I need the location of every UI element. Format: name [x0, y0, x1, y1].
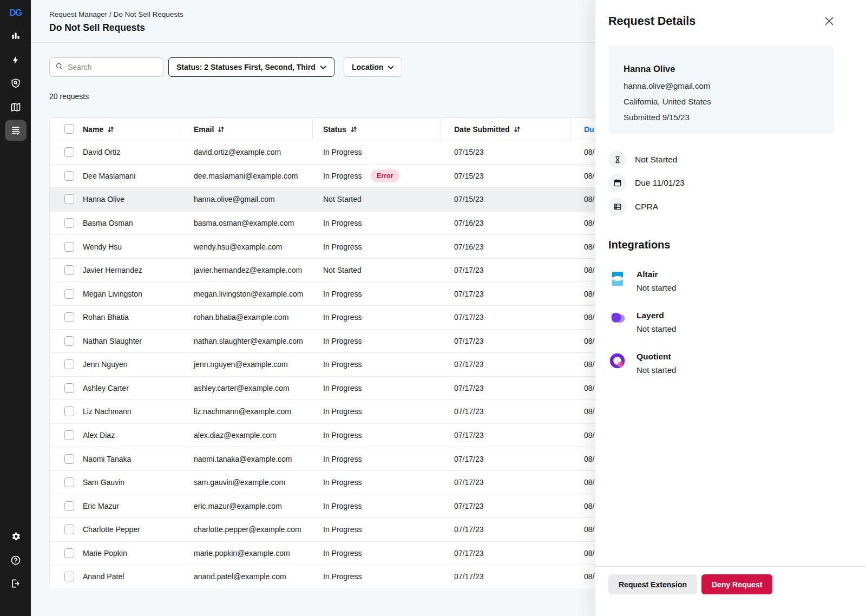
cell-email: anand.patel@example.com — [194, 572, 286, 581]
cell-name: Rohan Bhatia — [83, 313, 129, 322]
cell-email: rohan.bhatia@example.com — [194, 313, 288, 322]
cell-status: In Progress — [323, 243, 362, 251]
cell-name: Basma Osman — [83, 219, 133, 227]
cell-due: 08/ — [584, 455, 594, 463]
cell-name: Ashley Carter — [83, 384, 129, 392]
column-header-name[interactable]: Name — [83, 118, 114, 140]
search-input[interactable] — [68, 63, 166, 71]
sidebar-item-analytics[interactable] — [5, 25, 27, 47]
cell-email: wendy.hsu@example.com — [194, 243, 282, 251]
row-checkbox[interactable] — [64, 430, 74, 440]
logo-text: DG — [9, 8, 22, 18]
sidebar-item-request-manager[interactable] — [5, 120, 27, 141]
row-checkbox[interactable] — [64, 171, 74, 181]
chevron-down-icon — [320, 63, 326, 71]
column-header-due[interactable]: Du — [584, 118, 594, 140]
cell-status: In Progress — [323, 455, 362, 463]
integration-item: Quotient Not started — [608, 352, 676, 375]
column-header-email[interactable]: Email — [194, 118, 225, 140]
sort-icon[interactable] — [350, 126, 357, 133]
deny-request-button[interactable]: Deny Request — [701, 574, 772, 594]
cell-name: Liz Nachmann — [83, 407, 132, 416]
requester-submitted: Submitted 9/15/23 — [624, 113, 819, 122]
cell-status: In Progress — [323, 525, 362, 534]
status-filter-dropdown[interactable]: Status: 2 Statuses First, Second, Third — [168, 57, 334, 77]
select-all-checkbox[interactable] — [64, 124, 74, 134]
calendar-icon — [608, 174, 626, 192]
sidebar-item-logout[interactable] — [5, 573, 27, 594]
requester-name: Hanna Olive — [624, 64, 819, 74]
cell-name: Eric Mazur — [83, 502, 119, 510]
breadcrumb[interactable]: Request Manager / Do Not Sell Requests — [49, 10, 183, 18]
row-checkbox[interactable] — [64, 312, 74, 322]
sort-icon[interactable] — [107, 126, 114, 133]
altair-logo-icon — [608, 270, 627, 288]
cell-date-submitted: 07/17/23 — [454, 478, 484, 487]
request-extension-button[interactable]: Request Extension — [608, 574, 697, 594]
sidebar-item-settings[interactable] — [5, 526, 27, 547]
sidebar-item-privacy[interactable] — [5, 73, 27, 94]
cell-date-submitted: 07/17/23 — [454, 313, 484, 322]
row-checkbox[interactable] — [64, 359, 74, 369]
shield-search-icon — [10, 78, 21, 89]
lightning-icon — [11, 55, 21, 65]
column-header-date-submitted[interactable]: Date Submitted — [454, 118, 521, 140]
integrations-title: Integrations — [608, 239, 670, 251]
layerd-logo-icon — [608, 311, 627, 329]
sidebar: DG — [0, 0, 31, 616]
integration-status: Not started — [637, 365, 676, 375]
datagrail-logo[interactable]: DG — [5, 2, 27, 24]
request-count: 20 requests — [49, 92, 89, 101]
location-filter-dropdown[interactable]: Location — [344, 57, 402, 77]
cell-email: sam.gauvin@example.com — [194, 478, 285, 487]
cell-status: In Progress — [323, 148, 362, 156]
row-checkbox[interactable] — [64, 265, 74, 275]
cell-due: 08/ — [584, 219, 594, 227]
logout-icon — [10, 578, 21, 589]
row-checkbox[interactable] — [64, 218, 74, 228]
cell-email: marie.popkin@example.com — [194, 549, 290, 558]
request-details-panel: Request Details Hanna Olive hanna.olive@… — [595, 0, 866, 616]
cell-email: basma.osman@example.com — [194, 219, 294, 227]
cell-date-submitted: 07/15/23 — [454, 148, 484, 156]
sidebar-item-data-map[interactable] — [5, 96, 27, 118]
row-checkbox[interactable] — [64, 407, 74, 416]
cell-email: jenn.nguyen@example.com — [194, 360, 288, 369]
row-checkbox[interactable] — [64, 477, 74, 487]
row-checkbox[interactable] — [64, 525, 74, 534]
location-filter-label: Location — [352, 63, 383, 71]
row-checkbox[interactable] — [64, 147, 74, 157]
cell-name: Charlotte Pepper — [83, 525, 140, 534]
cell-due: 08/ — [584, 572, 594, 581]
row-checkbox[interactable] — [64, 501, 74, 511]
sort-icon[interactable] — [218, 126, 225, 133]
page-title: Do Not Sell Requests — [49, 22, 145, 34]
cell-status: In Progress — [323, 290, 362, 298]
cell-name: Anand Patel — [83, 572, 124, 581]
cell-due: 08/ — [584, 172, 594, 180]
cell-email: nathan.slaughter@example.com — [194, 337, 303, 345]
row-checkbox[interactable] — [64, 572, 74, 581]
cell-email: liz.nachmann@example.com — [194, 407, 291, 416]
row-checkbox[interactable] — [64, 242, 74, 252]
row-checkbox[interactable] — [64, 194, 74, 204]
sort-icon[interactable] — [514, 126, 521, 133]
row-checkbox[interactable] — [64, 336, 74, 346]
integration-status: Not started — [637, 324, 676, 333]
row-checkbox[interactable] — [64, 289, 74, 299]
sidebar-item-help[interactable] — [5, 549, 27, 571]
cell-email: alex.diaz@example.com — [194, 431, 277, 440]
row-checkbox[interactable] — [64, 548, 74, 558]
cell-name: Marie Popkin — [83, 549, 127, 558]
row-checkbox[interactable] — [64, 454, 74, 464]
cell-name: Jenn Nguyen — [83, 360, 128, 369]
bar-chart-icon — [10, 31, 21, 42]
column-header-status[interactable]: Status — [323, 118, 357, 140]
close-icon[interactable] — [823, 15, 836, 28]
cell-date-submitted: 07/17/23 — [454, 290, 484, 298]
integration-name: Layerd — [637, 311, 676, 320]
cell-date-submitted: 07/17/23 — [454, 431, 484, 440]
sidebar-item-activity[interactable] — [5, 49, 27, 71]
row-checkbox[interactable] — [64, 383, 74, 393]
search-box[interactable] — [49, 57, 163, 77]
